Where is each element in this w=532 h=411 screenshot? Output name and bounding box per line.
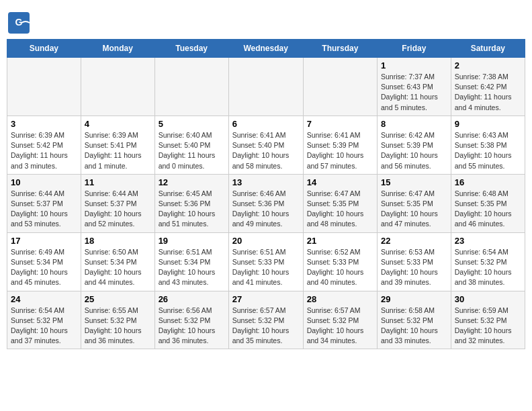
day-cell: 22Sunrise: 6:53 AM Sunset: 5:33 PM Dayli… (378, 232, 451, 291)
day-detail: Sunrise: 6:50 AM Sunset: 5:34 PM Dayligh… (85, 247, 151, 288)
day-cell: 10Sunrise: 6:44 AM Sunset: 5:37 PM Dayli… (7, 174, 81, 232)
day-cell: 20Sunrise: 6:51 AM Sunset: 5:33 PM Dayli… (228, 232, 303, 291)
day-number: 8 (381, 119, 447, 129)
day-header-row: SundayMondayTuesdayWednesdayThursdayFrid… (7, 40, 525, 58)
day-cell (303, 58, 377, 116)
day-detail: Sunrise: 6:41 AM Sunset: 5:39 PM Dayligh… (307, 130, 373, 171)
calendar-header: SundayMondayTuesdayWednesdayThursdayFrid… (7, 40, 525, 58)
day-cell: 14Sunrise: 6:47 AM Sunset: 5:35 PM Dayli… (303, 174, 377, 232)
day-detail: Sunrise: 6:47 AM Sunset: 5:35 PM Dayligh… (307, 189, 373, 230)
day-number: 22 (381, 236, 447, 246)
day-cell: 29Sunrise: 6:58 AM Sunset: 5:32 PM Dayli… (378, 291, 451, 349)
day-cell: 23Sunrise: 6:54 AM Sunset: 5:32 PM Dayli… (451, 232, 525, 291)
day-header-monday: Monday (81, 40, 154, 58)
day-cell: 26Sunrise: 6:56 AM Sunset: 5:32 PM Dayli… (154, 291, 228, 349)
day-number: 1 (381, 60, 447, 71)
day-number: 20 (232, 236, 300, 246)
week-row-1: 1Sunrise: 7:37 AM Sunset: 6:43 PM Daylig… (7, 58, 525, 116)
day-number: 16 (455, 177, 521, 187)
day-header-friday: Friday (378, 40, 451, 58)
day-number: 10 (11, 177, 77, 187)
day-detail: Sunrise: 6:39 AM Sunset: 5:41 PM Dayligh… (85, 130, 151, 171)
calendar-body: 1Sunrise: 7:37 AM Sunset: 6:43 PM Daylig… (7, 58, 525, 349)
day-detail: Sunrise: 6:54 AM Sunset: 5:32 PM Dayligh… (11, 306, 77, 347)
day-number: 9 (455, 119, 521, 129)
day-number: 29 (381, 294, 447, 304)
day-number: 30 (455, 294, 521, 304)
day-number: 18 (85, 236, 151, 246)
day-number: 14 (307, 177, 373, 187)
day-cell: 2Sunrise: 7:38 AM Sunset: 6:42 PM Daylig… (451, 58, 525, 116)
day-number: 11 (85, 177, 151, 187)
day-cell: 1Sunrise: 7:37 AM Sunset: 6:43 PM Daylig… (378, 58, 451, 116)
day-cell: 24Sunrise: 6:54 AM Sunset: 5:32 PM Dayli… (7, 291, 81, 349)
day-number: 26 (159, 294, 225, 304)
day-cell (154, 58, 228, 116)
day-cell: 3Sunrise: 6:39 AM Sunset: 5:42 PM Daylig… (7, 116, 81, 174)
day-cell: 8Sunrise: 6:42 AM Sunset: 5:39 PM Daylig… (378, 116, 451, 174)
day-detail: Sunrise: 6:44 AM Sunset: 5:37 PM Dayligh… (85, 189, 151, 230)
header: G (7, 7, 525, 35)
day-detail: Sunrise: 6:57 AM Sunset: 5:32 PM Dayligh… (232, 306, 300, 347)
day-cell: 5Sunrise: 6:40 AM Sunset: 5:40 PM Daylig… (154, 116, 228, 174)
week-row-4: 17Sunrise: 6:49 AM Sunset: 5:34 PM Dayli… (7, 232, 525, 291)
day-cell (228, 58, 303, 116)
day-cell: 21Sunrise: 6:52 AM Sunset: 5:33 PM Dayli… (303, 232, 377, 291)
day-cell: 30Sunrise: 6:59 AM Sunset: 5:32 PM Dayli… (451, 291, 525, 349)
day-cell: 25Sunrise: 6:55 AM Sunset: 5:32 PM Dayli… (81, 291, 154, 349)
week-row-2: 3Sunrise: 6:39 AM Sunset: 5:42 PM Daylig… (7, 116, 525, 174)
day-number: 4 (85, 119, 151, 129)
day-number: 21 (307, 236, 373, 246)
day-cell: 18Sunrise: 6:50 AM Sunset: 5:34 PM Dayli… (81, 232, 154, 291)
day-number: 7 (307, 119, 373, 129)
day-detail: Sunrise: 6:39 AM Sunset: 5:42 PM Dayligh… (11, 130, 77, 171)
day-cell: 7Sunrise: 6:41 AM Sunset: 5:39 PM Daylig… (303, 116, 377, 174)
day-detail: Sunrise: 6:55 AM Sunset: 5:32 PM Dayligh… (85, 306, 151, 347)
day-detail: Sunrise: 6:51 AM Sunset: 5:33 PM Dayligh… (232, 247, 300, 288)
day-detail: Sunrise: 7:38 AM Sunset: 6:42 PM Dayligh… (455, 72, 521, 113)
day-detail: Sunrise: 6:56 AM Sunset: 5:32 PM Dayligh… (159, 306, 225, 347)
day-number: 24 (11, 294, 77, 304)
day-number: 28 (307, 294, 373, 304)
day-header-saturday: Saturday (451, 40, 525, 58)
day-cell: 16Sunrise: 6:48 AM Sunset: 5:35 PM Dayli… (451, 174, 525, 232)
day-detail: Sunrise: 6:49 AM Sunset: 5:34 PM Dayligh… (11, 247, 77, 288)
day-cell: 12Sunrise: 6:45 AM Sunset: 5:36 PM Dayli… (154, 174, 228, 232)
day-number: 2 (455, 60, 521, 71)
logo-icon: G (7, 11, 31, 35)
day-detail: Sunrise: 6:47 AM Sunset: 5:35 PM Dayligh… (381, 189, 447, 230)
day-number: 25 (85, 294, 151, 304)
day-number: 12 (159, 177, 225, 187)
day-detail: Sunrise: 6:41 AM Sunset: 5:40 PM Dayligh… (232, 130, 300, 171)
day-number: 5 (159, 119, 225, 129)
day-number: 3 (11, 119, 77, 129)
day-detail: Sunrise: 6:57 AM Sunset: 5:32 PM Dayligh… (307, 306, 373, 347)
day-cell: 28Sunrise: 6:57 AM Sunset: 5:32 PM Dayli… (303, 291, 377, 349)
day-detail: Sunrise: 6:40 AM Sunset: 5:40 PM Dayligh… (159, 130, 225, 171)
day-cell: 17Sunrise: 6:49 AM Sunset: 5:34 PM Dayli… (7, 232, 81, 291)
day-cell: 13Sunrise: 6:46 AM Sunset: 5:36 PM Dayli… (228, 174, 303, 232)
day-detail: Sunrise: 6:42 AM Sunset: 5:39 PM Dayligh… (381, 130, 447, 171)
day-cell: 15Sunrise: 6:47 AM Sunset: 5:35 PM Dayli… (378, 174, 451, 232)
week-row-3: 10Sunrise: 6:44 AM Sunset: 5:37 PM Dayli… (7, 174, 525, 232)
day-detail: Sunrise: 6:53 AM Sunset: 5:33 PM Dayligh… (381, 247, 447, 288)
day-cell: 19Sunrise: 6:51 AM Sunset: 5:34 PM Dayli… (154, 232, 228, 291)
day-header-thursday: Thursday (303, 40, 377, 58)
day-detail: Sunrise: 6:52 AM Sunset: 5:33 PM Dayligh… (307, 247, 373, 288)
day-detail: Sunrise: 6:45 AM Sunset: 5:36 PM Dayligh… (159, 189, 225, 230)
day-number: 23 (455, 236, 521, 246)
day-detail: Sunrise: 7:37 AM Sunset: 6:43 PM Dayligh… (381, 72, 447, 113)
day-number: 19 (159, 236, 225, 246)
day-number: 6 (232, 119, 300, 129)
day-cell: 27Sunrise: 6:57 AM Sunset: 5:32 PM Dayli… (228, 291, 303, 349)
day-detail: Sunrise: 6:43 AM Sunset: 5:38 PM Dayligh… (455, 130, 521, 171)
day-cell: 9Sunrise: 6:43 AM Sunset: 5:38 PM Daylig… (451, 116, 525, 174)
day-detail: Sunrise: 6:58 AM Sunset: 5:32 PM Dayligh… (381, 306, 447, 347)
day-number: 13 (232, 177, 300, 187)
week-row-5: 24Sunrise: 6:54 AM Sunset: 5:32 PM Dayli… (7, 291, 525, 349)
day-header-tuesday: Tuesday (154, 40, 228, 58)
day-header-sunday: Sunday (7, 40, 81, 58)
day-cell: 4Sunrise: 6:39 AM Sunset: 5:41 PM Daylig… (81, 116, 154, 174)
calendar: SundayMondayTuesdayWednesdayThursdayFrid… (7, 39, 525, 349)
day-number: 17 (11, 236, 77, 246)
